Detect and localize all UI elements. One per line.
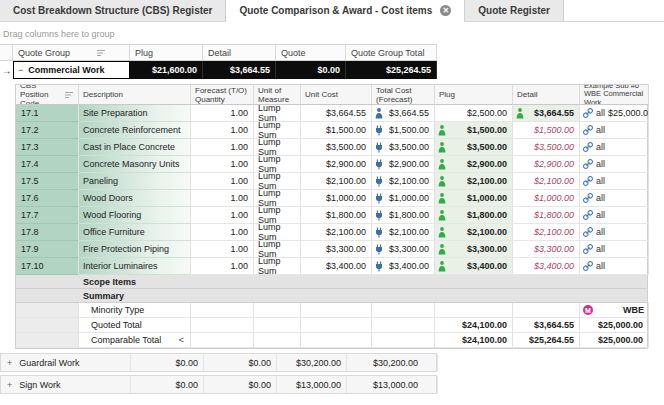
column-header-quote-group-total[interactable]: Quote Group Total (346, 45, 437, 60)
plug-cell[interactable]: $2,900.00 (435, 156, 513, 173)
forecast-quantity-cell[interactable]: 1.00 (191, 139, 254, 156)
link-icon[interactable] (583, 142, 593, 152)
unit-cost-cell[interactable]: $2,100.00 (301, 173, 372, 190)
cost-item-row[interactable]: 17.4Concrete Masonry Units1.00Lump Sum$2… (16, 156, 647, 173)
cbs-position-code-cell[interactable]: 17.6 (16, 190, 79, 207)
unit-of-measure-cell[interactable]: Lump Sum (254, 241, 301, 258)
column-header-total-cost-forecast[interactable]: Total Cost (Forecast) (372, 84, 435, 105)
column-header-forecast-quantity[interactable]: Forecast (T/O) Quantity (191, 84, 254, 105)
plug-cell[interactable]: $1,800.00 (435, 207, 513, 224)
link-icon[interactable] (583, 227, 593, 237)
forecast-quantity-cell[interactable]: 1.00 (191, 224, 254, 241)
cbs-position-code-cell[interactable]: 17.5 (16, 173, 79, 190)
unit-cost-cell[interactable]: $1,800.00 (301, 207, 372, 224)
link-icon[interactable] (583, 210, 593, 220)
quote-group-cell[interactable]: +Guardrail Work (1, 354, 131, 371)
description-cell[interactable]: Concrete Reinforcement (79, 122, 191, 139)
forecast-quantity-cell[interactable]: 1.00 (191, 190, 254, 207)
cbs-position-code-cell[interactable]: 17.9 (16, 241, 79, 258)
unit-of-measure-cell[interactable]: Lump Sum (254, 173, 301, 190)
cbs-position-code-cell[interactable]: 17.1 (16, 105, 79, 122)
group-quote-group-total[interactable]: $30,200.00 (347, 354, 438, 371)
forecast-quantity-cell[interactable]: 1.00 (191, 156, 254, 173)
column-header-detail[interactable]: Detail (513, 84, 580, 105)
plug-cell[interactable]: $2,100.00 (435, 173, 513, 190)
cost-item-row[interactable]: 17.1Site Preparation1.00Lump Sum$3,664.5… (16, 105, 647, 122)
plug-cell[interactable]: $3,400.00 (435, 258, 513, 275)
quote-all-link[interactable]: all (596, 244, 605, 254)
description-cell[interactable]: Wood Doors (79, 190, 191, 207)
unit-cost-cell[interactable]: $3,664.55 (301, 105, 372, 122)
forecast-quantity-cell[interactable]: 1.00 (191, 258, 254, 275)
total-cost-cell[interactable]: $3,664.55 (372, 105, 435, 122)
quote-group-row-collapsed[interactable]: +Sign Work$0.00$0.00$13,000.00$13,000.00 (0, 375, 437, 394)
unit-of-measure-cell[interactable]: Lump Sum (254, 105, 301, 122)
cost-item-row[interactable]: 17.10Interior Luminaires1.00Lump Sum$3,4… (16, 258, 647, 275)
detail-cell[interactable]: $1,800.00 (513, 207, 580, 224)
total-cost-cell[interactable]: $1,800.00 (372, 207, 435, 224)
example-sub-quote-cell[interactable]: all (580, 224, 649, 241)
group-detail-total[interactable]: $0.00 (204, 354, 277, 371)
plug-cell[interactable]: $2,500.00 (435, 105, 513, 122)
plug-cell[interactable]: $1,500.00 (435, 122, 513, 139)
detail-cell[interactable]: $2,100.00 (513, 224, 580, 241)
tab-cbs-register[interactable]: Cost Breakdown Structure (CBS) Register (0, 0, 226, 21)
forecast-quantity-cell[interactable]: 1.00 (191, 122, 254, 139)
cost-item-row[interactable]: 17.9Fire Protection Piping1.00Lump Sum$3… (16, 241, 647, 258)
forecast-quantity-cell[interactable]: 1.00 (191, 241, 254, 258)
unit-cost-cell[interactable]: $3,500.00 (301, 139, 372, 156)
description-cell[interactable]: Interior Luminaires (79, 258, 191, 275)
quote-all-link[interactable]: all (596, 261, 605, 271)
column-header-unit-of-measure[interactable]: Unit of Measure (254, 84, 301, 105)
quote-all-link[interactable]: all (596, 176, 605, 186)
quote-group-cell[interactable]: − Commercial Work (13, 61, 130, 79)
example-sub-quote-cell[interactable]: all (580, 122, 649, 139)
example-sub-quote-cell[interactable]: all (580, 173, 649, 190)
cost-item-row[interactable]: 17.2Concrete Reinforcement1.00Lump Sum$1… (16, 122, 647, 139)
cbs-position-code-cell[interactable]: 17.4 (16, 156, 79, 173)
close-icon[interactable]: ✕ (440, 5, 451, 16)
group-plug-total[interactable]: $21,600.00 (130, 61, 203, 79)
example-sub-quote-cell[interactable]: all$25,000.00 (580, 105, 649, 122)
total-cost-cell[interactable]: $3,400.00 (372, 258, 435, 275)
unit-cost-cell[interactable]: $2,900.00 (301, 156, 372, 173)
cost-item-row[interactable]: 17.8Office Furniture1.00Lump Sum$2,100.0… (16, 224, 647, 241)
unit-cost-cell[interactable]: $3,400.00 (301, 258, 372, 275)
quote-all-link[interactable]: all (596, 125, 605, 135)
description-cell[interactable]: Fire Protection Piping (79, 241, 191, 258)
unit-of-measure-cell[interactable]: Lump Sum (254, 190, 301, 207)
group-detail-total[interactable]: $3,664.55 (203, 61, 276, 79)
description-cell[interactable]: Cast in Place Concrete (79, 139, 191, 156)
unit-of-measure-cell[interactable]: Lump Sum (254, 224, 301, 241)
expand-icon[interactable]: + (7, 358, 12, 368)
link-icon[interactable] (583, 125, 593, 135)
link-icon[interactable] (583, 261, 593, 271)
detail-cell[interactable]: $2,900.00 (513, 156, 580, 173)
link-icon[interactable] (583, 244, 593, 254)
detail-cell[interactable]: $1,000.00 (513, 190, 580, 207)
description-cell[interactable]: Site Preparation (79, 105, 191, 122)
description-cell[interactable]: Office Furniture (79, 224, 191, 241)
cost-item-row[interactable]: 17.5Paneling1.00Lump Sum$2,100.00$2,100.… (16, 173, 647, 190)
plug-cell[interactable]: $2,100.00 (435, 224, 513, 241)
total-cost-cell[interactable]: $2,900.00 (372, 156, 435, 173)
unit-cost-cell[interactable]: $2,100.00 (301, 224, 372, 241)
total-cost-cell[interactable]: $3,300.00 (372, 241, 435, 258)
group-detail-total[interactable]: $0.00 (204, 376, 277, 393)
detail-cell[interactable]: $3,500.00 (513, 139, 580, 156)
quote-all-link[interactable]: all (596, 227, 605, 237)
quote-all-link[interactable]: all (596, 108, 605, 118)
group-quote-total[interactable]: $0.00 (276, 61, 346, 79)
column-header-quote-group[interactable]: Quote Group (13, 45, 130, 60)
quote-all-link[interactable]: all (596, 142, 605, 152)
example-sub-quote-cell[interactable]: all (580, 190, 649, 207)
quote-all-link[interactable]: all (596, 210, 605, 220)
column-header-plug[interactable]: Plug (130, 45, 203, 60)
forecast-quantity-cell[interactable]: 1.00 (191, 105, 254, 122)
unit-of-measure-cell[interactable]: Lump Sum (254, 122, 301, 139)
forecast-quantity-cell[interactable]: 1.00 (191, 173, 254, 190)
total-cost-cell[interactable]: $3,500.00 (372, 139, 435, 156)
link-icon[interactable] (583, 176, 593, 186)
cbs-position-code-cell[interactable]: 17.8 (16, 224, 79, 241)
total-cost-cell[interactable]: $1,500.00 (372, 122, 435, 139)
